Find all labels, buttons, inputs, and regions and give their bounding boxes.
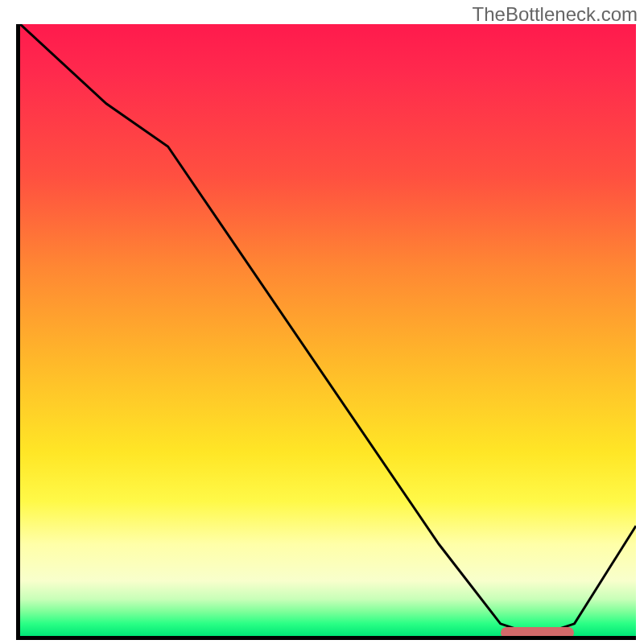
- watermark-text: TheBottleneck.com: [473, 3, 638, 26]
- chart-container: TheBottleneck.com: [0, 0, 644, 644]
- sweet-spot-marker: [501, 627, 575, 638]
- plot-area: [16, 24, 636, 640]
- curve-svg: [20, 24, 636, 636]
- bottleneck-curve: [20, 24, 636, 636]
